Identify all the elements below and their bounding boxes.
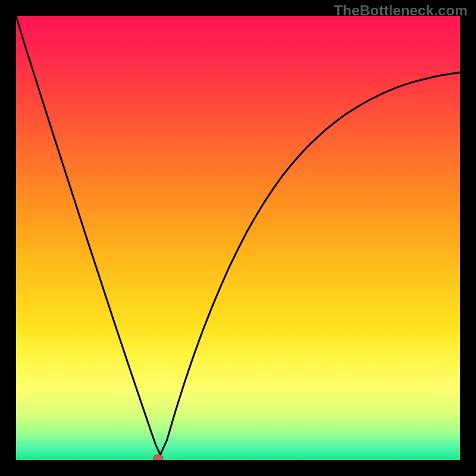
chart-frame: TheBottleneck.com <box>0 0 476 476</box>
optimal-point-marker <box>154 455 163 460</box>
gradient-background <box>16 16 460 460</box>
plot-svg <box>16 16 460 460</box>
plot-area <box>16 16 460 460</box>
